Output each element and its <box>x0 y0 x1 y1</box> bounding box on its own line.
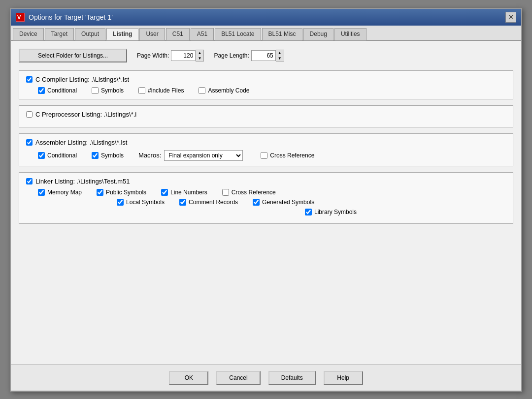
c-conditional-label[interactable]: Conditional <box>47 87 77 94</box>
defaults-button[interactable]: Defaults <box>268 371 316 385</box>
ok-button[interactable]: OK <box>169 371 208 385</box>
tab-listing[interactable]: Listing <box>106 28 138 40</box>
linker-linenum-label[interactable]: Line Numbers <box>170 189 207 196</box>
linker-crossref-checkbox[interactable] <box>222 189 229 196</box>
c-conditional-item: Conditional <box>38 87 77 94</box>
c-compiler-label[interactable]: C Compiler Listing: .\Listings\*.lst <box>35 76 129 83</box>
asm-symbols-checkbox[interactable] <box>92 152 99 159</box>
linker-linenum-item: Line Numbers <box>161 189 207 196</box>
page-width-setting: Page Width: ▲ ▼ <box>137 50 204 61</box>
assembler-section: Assembler Listing: .\Listings\*.lst Cond… <box>19 133 513 166</box>
macros-select[interactable]: No Macros Final expansion only All expan… <box>164 150 243 161</box>
linker-checkbox[interactable] <box>26 178 33 184</box>
page-length-input[interactable] <box>251 50 276 61</box>
page-width-label: Page Width: <box>137 52 169 59</box>
c-preprocessor-section: C Preprocessor Listing: .\Listings\*.i <box>19 105 513 127</box>
c-include-checkbox[interactable] <box>138 87 145 94</box>
linker-linenum-checkbox[interactable] <box>161 189 168 196</box>
linker-gensym-checkbox[interactable] <box>253 199 260 206</box>
linker-locsym-checkbox[interactable] <box>117 199 124 206</box>
help-button[interactable]: Help <box>324 371 363 385</box>
c-assembly-item: Assembly Code <box>199 87 249 94</box>
asm-crossref-label[interactable]: Cross Reference <box>270 152 314 159</box>
c-preprocessor-checkbox[interactable] <box>26 111 33 118</box>
linker-pubsym-label[interactable]: Public Symbols <box>106 189 146 196</box>
linker-row-2: Local Symbols Comment Records Generated … <box>38 199 506 206</box>
tab-c51[interactable]: C51 <box>166 28 190 40</box>
c-compiler-checkbox[interactable] <box>26 76 33 83</box>
tab-user[interactable]: User <box>139 28 165 40</box>
c-compiler-options: Conditional Symbols #include Files Assem… <box>26 87 506 94</box>
page-length-down-button[interactable]: ▼ <box>276 56 284 61</box>
tab-bl51locate[interactable]: BL51 Locate <box>215 28 261 40</box>
close-button[interactable]: ✕ <box>505 12 516 23</box>
page-length-spinner-btns: ▲ ▼ <box>276 50 284 61</box>
linker-options: Memory Map Public Symbols Line Numbers C… <box>26 189 506 215</box>
asm-symbols-label[interactable]: Symbols <box>101 152 124 159</box>
asm-crossref-item: Cross Reference <box>261 152 314 159</box>
asm-crossref-checkbox[interactable] <box>261 152 267 159</box>
c-conditional-checkbox[interactable] <box>38 87 45 94</box>
asm-symbols-item: Symbols <box>92 152 124 159</box>
c-symbols-label[interactable]: Symbols <box>101 87 124 94</box>
asm-conditional-label[interactable]: Conditional <box>47 152 77 159</box>
linker-comment-label[interactable]: Comment Records <box>189 199 238 206</box>
tab-output[interactable]: Output <box>75 28 105 40</box>
select-folder-button[interactable]: Select Folder for Listings... <box>19 49 127 62</box>
linker-memmap-item: Memory Map <box>38 189 82 196</box>
main-content: Select Folder for Listings... Page Width… <box>11 41 521 364</box>
page-width-input[interactable] <box>171 50 196 61</box>
linker-label[interactable]: Linker Listing: .\Listings\Test.m51 <box>35 178 130 185</box>
dialog-title: Options for Target 'Target 1' <box>29 13 113 21</box>
assembler-options: Conditional Symbols Macros: No Macros Fi… <box>26 150 506 161</box>
linker-gensym-label[interactable]: Generated Symbols <box>262 199 314 206</box>
linker-crossref-label[interactable]: Cross Reference <box>232 189 276 196</box>
linker-libsym-label[interactable]: Library Symbols <box>314 209 357 215</box>
c-compiler-section: C Compiler Listing: .\Listings\*.lst Con… <box>19 70 513 99</box>
c-assembly-label[interactable]: Assembly Code <box>208 87 249 94</box>
assembler-checkbox[interactable] <box>26 139 33 146</box>
tab-debug[interactable]: Debug <box>303 28 333 40</box>
c-include-label[interactable]: #include Files <box>148 87 184 94</box>
c-preprocessor-label[interactable]: C Preprocessor Listing: .\Listings\*.i <box>35 111 136 118</box>
c-preprocessor-header: C Preprocessor Listing: .\Listings\*.i <box>26 111 506 118</box>
page-length-label: Page Length: <box>214 52 249 59</box>
c-compiler-header: C Compiler Listing: .\Listings\*.lst <box>26 76 506 83</box>
linker-row-3: Library Symbols <box>38 209 506 215</box>
asm-conditional-checkbox[interactable] <box>38 152 45 159</box>
assembler-label[interactable]: Assembler Listing: .\Listings\*.lst <box>35 139 127 146</box>
toolbar-row: Select Folder for Listings... Page Width… <box>19 49 513 62</box>
page-length-up-button[interactable]: ▲ <box>276 50 284 56</box>
tab-bl51misc[interactable]: BL51 Misc <box>262 28 302 40</box>
macros-label: Macros: <box>138 152 161 159</box>
linker-locsym-label[interactable]: Local Symbols <box>126 199 165 206</box>
c-assembly-checkbox[interactable] <box>199 87 205 94</box>
linker-pubsym-checkbox[interactable] <box>97 189 103 196</box>
tab-target[interactable]: Target <box>45 28 74 40</box>
cancel-button[interactable]: Cancel <box>216 371 260 385</box>
linker-libsym-item: Library Symbols <box>305 209 357 215</box>
c-include-item: #include Files <box>138 87 184 94</box>
c-symbols-checkbox[interactable] <box>92 87 99 94</box>
linker-memmap-label[interactable]: Memory Map <box>47 189 82 196</box>
linker-comment-checkbox[interactable] <box>179 199 186 206</box>
asm-macros-group: Macros: No Macros Final expansion only A… <box>138 150 246 161</box>
page-width-spinner-btns: ▲ ▼ <box>196 50 204 61</box>
page-length-spinner: ▲ ▼ <box>251 50 284 61</box>
c-symbols-item: Symbols <box>92 87 124 94</box>
page-width-up-button[interactable]: ▲ <box>196 50 203 56</box>
tab-utilities[interactable]: Utilities <box>334 28 366 40</box>
tab-device[interactable]: Device <box>13 28 44 40</box>
app-icon: V <box>16 13 25 22</box>
tab-bar: Device Target Output Listing User C51 A5… <box>11 26 521 41</box>
linker-pubsym-item: Public Symbols <box>97 189 146 196</box>
page-width-down-button[interactable]: ▼ <box>196 56 203 61</box>
options-dialog: V Options for Target 'Target 1' ✕ Device… <box>10 8 522 392</box>
linker-memmap-checkbox[interactable] <box>38 189 45 196</box>
linker-libsym-checkbox[interactable] <box>305 209 312 215</box>
bottom-bar: OK Cancel Defaults Help <box>11 364 521 391</box>
tab-a51[interactable]: A51 <box>191 28 214 40</box>
linker-comment-item: Comment Records <box>179 199 238 206</box>
linker-locsym-item2: Local Symbols <box>117 199 165 206</box>
asm-conditional-item: Conditional <box>38 152 77 159</box>
